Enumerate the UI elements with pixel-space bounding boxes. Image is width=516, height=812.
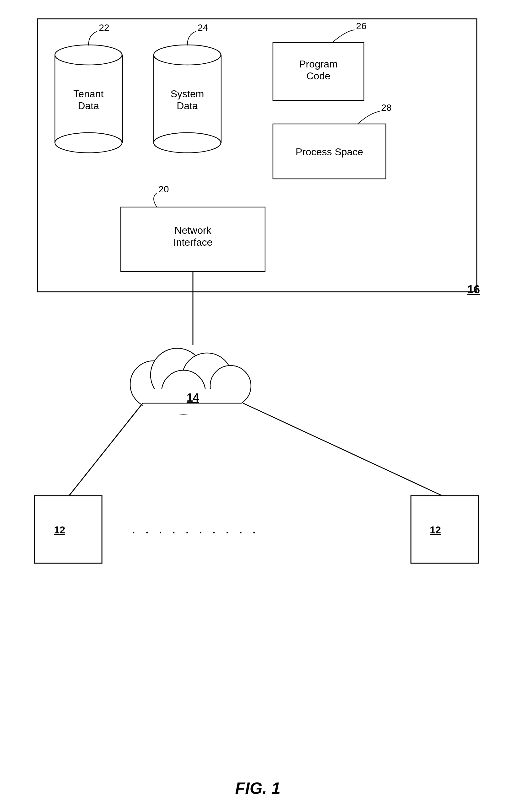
- svg-rect-21: [411, 496, 478, 563]
- diagram: 16 Tenant Data 22 System Data 24 Program…: [0, 0, 516, 812]
- system-data-label: System: [171, 88, 204, 99]
- figure-caption: FIG. 1: [235, 779, 280, 797]
- server-box-label: 16: [467, 283, 480, 296]
- svg-point-3: [55, 133, 122, 153]
- system-data-ref: 24: [198, 22, 208, 33]
- client-left-label: 12: [54, 524, 65, 535]
- dots: . . . . . . . . . .: [131, 520, 259, 536]
- tenant-data-label2: Data: [78, 100, 99, 111]
- process-space-label: Process Space: [296, 146, 363, 157]
- svg-point-2: [55, 45, 122, 65]
- program-code-ref: 26: [356, 21, 366, 31]
- diagram-svg: 16 Tenant Data 22 System Data 24 Program…: [0, 0, 516, 812]
- program-code-label: Program: [299, 58, 338, 70]
- tenant-data-label: Tenant: [73, 88, 103, 99]
- client-right-label: 12: [430, 524, 441, 535]
- svg-line-18: [69, 403, 143, 496]
- process-space-ref: 28: [381, 102, 392, 113]
- svg-point-6: [154, 133, 221, 153]
- svg-point-5: [154, 45, 221, 65]
- svg-line-19: [243, 403, 442, 496]
- system-data-label2: Data: [177, 100, 198, 111]
- network-interface-ref: 20: [158, 184, 169, 194]
- svg-rect-20: [34, 496, 102, 563]
- program-code-label2: Code: [306, 70, 331, 82]
- network-interface-label2: Interface: [174, 237, 213, 248]
- network-label: 14: [187, 391, 199, 404]
- network-interface-label: Network: [174, 225, 211, 236]
- tenant-data-ref: 22: [99, 22, 109, 33]
